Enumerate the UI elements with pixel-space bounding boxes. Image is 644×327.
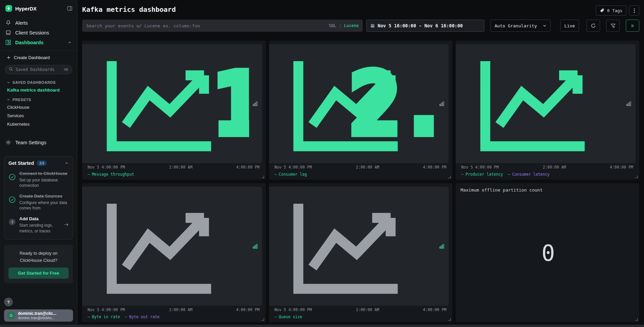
sidebar-item-dashboards[interactable]: Dashboards [0,37,77,47]
line-chart-icon[interactable]: 05501.1K1.7K2.2K [269,47,436,160]
logo-row: HyperDX [0,0,77,18]
x-axis-label: Nov 5 4:00:00 PM [275,165,312,170]
get-started-free-button[interactable]: Get Started for Free [8,268,69,279]
toolbar: SQL | Lucene Nov 5 16:00:00 - Nov 6 16:0… [82,20,639,32]
deploy-promo-card: Ready to deploy on ClickHouse Cloud? Get… [4,245,73,283]
tags-button[interactable]: 0 Tags [596,5,626,16]
chart-type-toggle[interactable]: 036912 [456,44,636,163]
chart-card-avg-consumer-lag: Average consumer lag 05501.1K1.7K2.2K No… [269,41,453,180]
line-chart-icon[interactable]: 04.5K9K14K18K [82,47,249,160]
resize-handle-icon[interactable] [635,318,638,321]
bar-chart-icon[interactable] [626,101,631,106]
toggle-divider: | [339,23,341,28]
refresh-button[interactable] [587,20,600,32]
more-options-button[interactable] [629,5,639,16]
check-circle-icon [8,196,16,203]
svg-text:18K: 18K [213,56,249,151]
event-search-bar[interactable]: SQL | Lucene [82,20,363,32]
sidebar-item-kubernetes[interactable]: Kubernetes [0,120,77,128]
legend-item[interactable]: —Byte in rate [88,315,120,319]
granularity-select[interactable]: Auto Granularity [491,20,551,32]
chevron-up-icon [68,41,72,45]
sidebar-bottom: ? D dominic.tran@clic... dominic.tran@cl… [0,298,77,327]
deploy-text-line1: Ready to deploy on [8,250,69,257]
get-started-title: Get Started [8,160,34,166]
resize-handle-icon[interactable] [262,318,264,321]
get-started-step-2[interactable]: Create Data Sources Configure where your… [8,193,69,211]
x-axis-label: 4:00:00 PM [236,307,259,312]
resize-handle-icon[interactable] [448,318,451,321]
bar-chart-icon[interactable] [439,244,445,249]
chevron-up-icon[interactable] [65,161,69,165]
header-actions: 0 Tags [596,5,639,16]
saved-dashboards-search-input[interactable] [16,67,62,72]
sidebar-item-kafka-dashboard[interactable]: Kafka metrics dashboard [0,86,77,94]
chart-card-offline-partition-count: Maximum offline partition count 0 [456,183,639,322]
hyperdx-logo-icon [5,5,12,12]
sidebar-item-client-sessions[interactable]: Client Sessions [0,28,77,37]
user-menu[interactable]: D dominic.tran@clic... dominic.tran@clic… [4,309,73,322]
gear-icon [5,140,11,145]
presets-section-header[interactable]: PRESETS [0,94,77,103]
create-dashboard-button[interactable]: Create Dashboard [0,51,77,63]
resize-handle-icon[interactable] [635,176,638,178]
user-email: dominic.tran@clickho... [18,316,56,320]
get-started-step-3[interactable]: 3 Add Data Start sending logs, metrics, … [8,216,69,234]
sidebar-item-team-settings[interactable]: Team Settings [0,137,77,147]
step-description: Start sending logs, metrics, or traces [19,223,61,234]
chart-legend: —Consumer lag [274,171,449,178]
bar-chart-icon[interactable] [439,101,445,106]
tag-icon [600,8,604,13]
sidebar-item-alerts[interactable]: Alerts [0,18,77,28]
legend-item[interactable]: —Byte out rate [125,315,160,319]
bar-chart-icon[interactable] [253,101,258,106]
help-button[interactable]: ? [4,298,13,306]
event-search-input[interactable] [86,23,326,28]
resize-handle-icon[interactable] [262,176,264,178]
chart-card-queue-depth: Queue depth 020406080 Nov 5 4:00:00 PM2:… [269,183,453,322]
chevron-down-icon [543,24,547,28]
main-content: Kafka metrics dashboard 0 Tags SQL | Luc… [77,0,644,327]
legend-item[interactable]: —Queue size [275,315,302,319]
step-title: Add Data [19,216,61,222]
get-started-header[interactable]: Get Started 2/3 [8,160,69,166]
progress-badge: 2/3 [37,160,47,166]
x-axis-label: 2:00:00 AM [543,165,566,170]
sidebar-item-clickhouse[interactable]: ClickHouse [0,103,77,111]
bar-chart-icon[interactable] [253,244,258,249]
line-chart-icon[interactable]: 020406080 [269,190,436,303]
line-chart-icon[interactable]: 036912 [456,47,623,160]
legend-item[interactable]: —Producer latency [461,172,503,177]
arrow-right-icon [64,222,69,228]
sidebar-item-services[interactable]: Services [0,111,77,120]
x-axis-labels: Nov 5 4:00:00 PM2:00:00 AM4:00:00 PM [460,165,636,171]
saved-dashboards-section-header[interactable]: SAVED DASHBOARDS [0,77,77,86]
chart-legend: —Queue size [274,313,449,321]
legend-item[interactable]: —Consumer latency [508,172,550,177]
step-number-icon: 3 [8,219,16,225]
step-title: Connect to ClickHouse [19,171,69,177]
saved-dashboards-search[interactable]: ⌘K [5,65,72,74]
chart-type-toggle[interactable]: 01.5M3M4.5M6M [82,187,262,306]
line-chart-icon[interactable]: 01.5M3M4.5M6M [82,190,249,303]
deploy-text-line2: ClickHouse Cloud? [8,257,69,264]
filter-button[interactable] [606,20,620,32]
chart-type-toggle[interactable]: 04.5K9K14K18K [82,44,262,163]
legend-item[interactable]: —Message throughput [88,172,134,177]
get-started-step-1[interactable]: Connect to ClickHouse Set up your databa… [8,171,69,188]
run-query-button[interactable] [626,20,639,32]
resize-handle-icon[interactable] [448,176,451,178]
sidebar-collapse-icon[interactable] [67,6,72,11]
lucene-toggle[interactable]: Lucene [344,23,359,28]
kebab-menu-icon [634,8,635,13]
legend-item[interactable]: —Consumer lag [275,172,307,177]
live-button[interactable]: Live [560,20,579,32]
chart-type-toggle[interactable]: 020406080 [269,187,449,306]
check-circle-icon [8,173,16,181]
date-range-picker[interactable]: Nov 5 16:00:00 - Nov 6 16:00:00 [366,20,484,32]
chart-type-toggle[interactable]: 05501.1K1.7K2.2K [269,44,449,163]
sql-toggle[interactable]: SQL [329,23,336,28]
window-bottom-edge [0,325,644,327]
x-axis-label: 2:00:00 AM [169,307,192,312]
x-axis-label: Nov 5 4:00:00 PM [88,165,125,170]
